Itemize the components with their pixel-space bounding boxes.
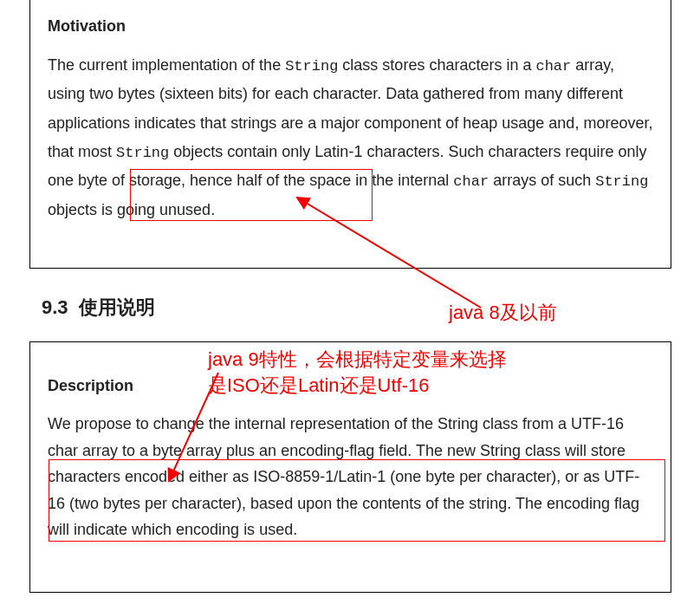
annotation-label-java9-line1: java 9特性，会根据特定变量来选择	[208, 347, 507, 373]
annotation-label-java8: java 8及以前	[449, 300, 557, 326]
text-run: The current implementation of the	[48, 56, 285, 74]
section-title: 9.3 使用说明	[42, 295, 155, 321]
code-string: String	[285, 58, 338, 75]
section-number: 9.3	[42, 296, 68, 318]
code-char: char	[535, 58, 571, 75]
annotation-highlight-2	[49, 459, 665, 542]
section-name: 使用说明	[79, 296, 155, 318]
motivation-heading: Motivation	[48, 17, 653, 36]
annotation-highlight-1	[130, 169, 373, 221]
text-run: class stores characters in a	[338, 56, 535, 74]
text-run: arrays of such	[489, 172, 595, 189]
code-char: char	[453, 173, 489, 190]
annotation-label-java9-line2: 是ISO还是Latin还是Utf-16	[208, 373, 430, 399]
motivation-box: Motivation The current implementation of…	[29, 0, 671, 269]
code-string: String	[595, 173, 648, 190]
code-string: String	[116, 145, 169, 161]
